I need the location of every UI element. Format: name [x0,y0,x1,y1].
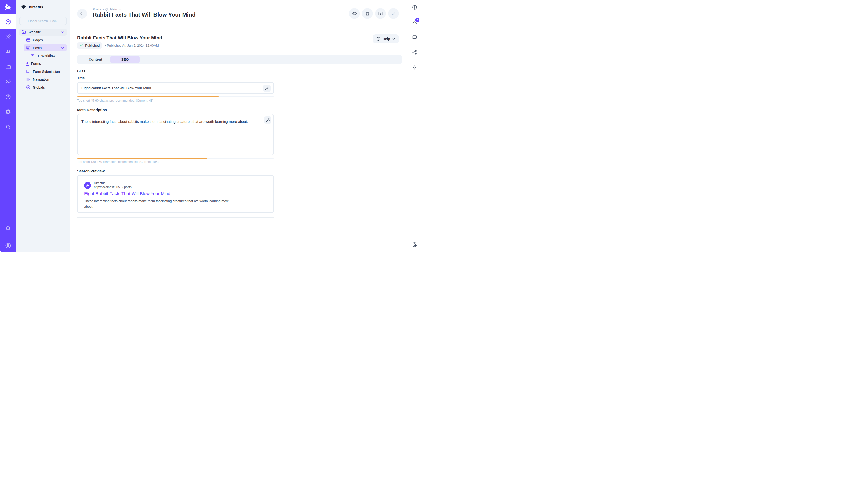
sidebar-tab-flows[interactable] [408,60,422,75]
title-length-progress-fill [77,96,219,97]
meta-length-progress-fill [77,158,207,159]
breadcrumb-version[interactable]: Main [110,7,117,11]
globe-icon [26,85,31,90]
module-item-content[interactable] [0,14,16,29]
info-icon [412,5,417,10]
sidebar-item-label: Posts [33,46,41,50]
sidebar-item-form-submissions[interactable]: Form Submissions [24,68,67,75]
global-search-placeholder: Global Search [28,19,48,23]
user-menu-button[interactable] [0,239,16,252]
eye-icon [352,11,357,16]
module-item-files[interactable] [0,59,16,74]
meta-length-progress [77,158,274,159]
notifications-button[interactable] [0,222,16,234]
rabbit-logo-icon [4,3,12,11]
archive-button[interactable] [375,8,386,19]
article-icon [26,46,31,50]
module-bar-divider [3,236,13,237]
tab-content[interactable]: Content [80,56,110,63]
clipboard-clock-icon [412,242,417,247]
breadcrumb[interactable]: Posts • Main [93,7,121,11]
sidebar-item-navigation[interactable]: Navigation [24,76,67,83]
bolt-icon [412,65,417,70]
search-preview-label: Search Preview [77,169,274,173]
menu-open-icon [26,77,31,82]
tab-seo[interactable]: SEO [110,56,140,63]
revisions-count-badge: 2 [415,18,419,22]
sidebar-item-label: Globals [33,85,44,89]
sidebar-item-label: 1. Workflow [37,54,55,58]
sidebar-item-forms[interactable]: A Forms [24,60,67,67]
sidebar-item-posts[interactable]: Posts [24,44,67,51]
sidebar-tab-shares[interactable] [408,45,422,60]
comment-icon [412,35,417,40]
back-button[interactable] [77,9,87,19]
module-item-search[interactable] [0,119,16,134]
caret-down-icon [119,9,121,10]
seo-title-input[interactable] [78,83,273,93]
search-preview-card: Directus http://localhost:8055 › posts E… [77,175,274,213]
breadcrumb-collection[interactable]: Posts [93,7,101,11]
title-ai-generate-button[interactable] [263,85,270,92]
page-title: Rabbit Facts That Will Blow Your Mind [93,12,196,18]
preview-button[interactable] [349,8,360,19]
sidebar-item-pages[interactable]: Pages [24,36,67,43]
module-item-edit[interactable] [0,29,16,44]
module-item-insights[interactable] [0,74,16,89]
preview-description: These interesting facts about rabbits ma… [84,198,232,209]
preview-site-row: Directus http://localhost:8055 › posts [84,181,267,189]
preview-site-name: Directus [94,181,131,185]
preview-link-title[interactable]: Eight Rabbit Facts That Will Blow Your M… [84,191,267,196]
module-item-help[interactable] [0,89,16,104]
sidebar-item-website[interactable]: Website [19,29,67,36]
help-circle-icon [5,94,11,100]
module-item-users[interactable] [0,44,16,59]
item-heading: Rabbit Facts That Will Blow Your Mind [77,35,402,40]
gear-icon [5,109,11,115]
directus-logo[interactable] [0,0,16,14]
module-item-settings[interactable] [0,104,16,119]
delete-button[interactable] [362,8,373,19]
project-header[interactable]: Directus [16,0,70,14]
arrow-left-icon [79,11,85,17]
sidebar-tab-revisions[interactable]: 2 [408,15,422,30]
seo-meta-value[interactable]: These interesting facts about rabbits ma… [82,120,263,124]
edit-icon [5,34,11,40]
check-icon [80,44,83,47]
site-avatar [84,182,91,189]
sidebar-tab-activity[interactable] [408,237,422,252]
seo-section-label: SEO [77,69,274,73]
sidebar-item-label: Website [29,30,41,34]
version-sync-icon [105,7,108,11]
module-bar-bottom [0,222,16,252]
title-helper-text: Too short 45-60 characters recommended. … [77,99,274,102]
global-search-input[interactable]: Global Search ⌘K [19,17,67,25]
browser-window-icon [26,38,31,42]
magic-wand-icon [266,118,270,123]
meta-ai-generate-button[interactable] [264,116,271,124]
folder-icon [5,64,11,70]
kanban-icon [30,53,35,58]
check-icon [391,11,396,16]
project-name: Directus [29,5,43,9]
search-icon [5,124,11,130]
main-area: Posts • Main Rabbit Facts That Will Blow… [70,0,407,252]
sidebar-tab-comments[interactable] [408,30,422,45]
preview-site-meta: Directus http://localhost:8055 › posts [94,181,131,189]
share-icon [412,50,417,55]
chevron-down-icon[interactable] [61,30,65,34]
save-button[interactable] [388,8,399,19]
item-detail: Rabbit Facts That Will Blow Your Mind Pu… [77,35,402,218]
seo-meta-field[interactable]: These interesting facts about rabbits ma… [77,114,274,155]
letter-a-icon: A [26,62,29,66]
sidebar-item-globals[interactable]: Globals [24,84,67,91]
breadcrumb-separator: • [103,7,104,11]
trash-icon [365,11,370,16]
insights-icon [5,79,11,85]
title-field-label: Title [77,76,274,80]
chevron-down-icon[interactable] [61,46,65,50]
sidebar-item-workflow[interactable]: 1. Workflow [28,52,67,59]
meta-field-label: Meta Description [77,108,274,112]
divider [77,217,274,218]
sidebar-tab-info[interactable] [408,0,422,15]
